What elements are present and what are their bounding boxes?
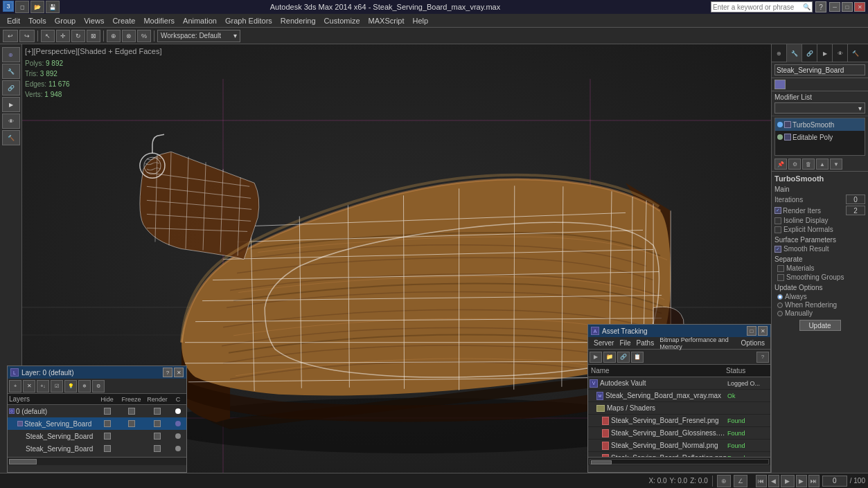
ts-iterations-input[interactable]: 0 xyxy=(846,195,865,204)
menu-animation[interactable]: Animation xyxy=(179,15,221,26)
menu-maxscript[interactable]: MAXScript xyxy=(364,15,409,26)
display-tool[interactable]: 👁 xyxy=(2,114,20,129)
menu-modifiers[interactable]: Modifiers xyxy=(139,15,179,26)
go-end-btn[interactable]: ⏭ xyxy=(808,475,820,487)
help-btn[interactable]: ? xyxy=(815,1,826,12)
angle-snap-btn[interactable]: ⊗ xyxy=(122,30,136,42)
ts-smooth-check[interactable]: ✓ xyxy=(774,246,781,253)
menu-rendering[interactable]: Rendering xyxy=(276,15,320,26)
hierarchy-tool[interactable]: 🔗 xyxy=(2,80,20,96)
layer-delete-btn[interactable]: ✕ xyxy=(23,380,35,392)
new-btn[interactable]: ◻ xyxy=(15,1,29,13)
ts-materials-check[interactable] xyxy=(777,265,784,272)
asset-row-reflection[interactable]: Steak_Serving_Board_Reflection.png Found xyxy=(588,452,770,457)
snap-btn[interactable]: ⊕ xyxy=(107,30,121,42)
play-btn[interactable]: ▶ xyxy=(781,475,795,487)
at-btn1[interactable]: ▶ xyxy=(590,352,602,363)
utilities-tool[interactable]: 🔨 xyxy=(2,130,20,145)
menu-tools[interactable]: Tools xyxy=(24,15,51,26)
angle-snap-btn-sb[interactable]: ∠ xyxy=(734,475,747,487)
asset-scrollbar-area[interactable] xyxy=(588,457,770,465)
open-btn[interactable]: 📂 xyxy=(30,1,44,13)
asset-row-normal[interactable]: Steak_Serving_Board_Normal.png Found xyxy=(588,440,770,452)
down-icon[interactable]: ▼ xyxy=(830,159,842,170)
layer-settings-btn[interactable]: ⚙ xyxy=(92,380,105,392)
ts-renderiters-check[interactable]: ✓ xyxy=(774,207,781,214)
prev-frame-btn[interactable]: ◀ xyxy=(768,475,779,487)
move-btn[interactable]: ✛ xyxy=(56,30,70,42)
ts-explicit-check[interactable] xyxy=(774,226,781,233)
delete-icon[interactable]: 🗑 xyxy=(802,159,815,170)
frame-input[interactable]: 0 xyxy=(822,476,847,487)
ts-smoothgroups-check[interactable] xyxy=(777,274,784,281)
obj-name-field[interactable] xyxy=(774,64,865,75)
modify-tool[interactable]: 🔧 xyxy=(2,64,20,79)
at-btn4[interactable]: 📋 xyxy=(631,352,644,363)
ts-whenrendering-radio[interactable] xyxy=(777,302,783,308)
asset-row-fresnel[interactable]: Steak_Serving_Board_Fresnel.png Found xyxy=(588,415,770,427)
asset-row-maps-folder[interactable]: Maps / Shaders xyxy=(588,402,770,415)
asset-menu-paths[interactable]: Paths xyxy=(634,339,657,347)
ts-always-radio[interactable] xyxy=(777,294,783,300)
menu-help[interactable]: Help xyxy=(409,15,433,26)
percent-snap-btn[interactable]: % xyxy=(137,30,151,42)
layer-close-btn[interactable]: ✕ xyxy=(174,368,184,377)
mod-checkbox-turbosmooth[interactable] xyxy=(784,121,791,128)
asset-row-maxfile[interactable]: M Steak_Serving_Board_max_vray.max Ok xyxy=(588,390,770,402)
rotate-btn[interactable]: ↻ xyxy=(71,30,85,42)
asset-restore-btn[interactable]: □ xyxy=(747,326,756,336)
layer-row-board-selected[interactable]: Steak_Serving_Board xyxy=(8,417,186,430)
menu-group[interactable]: Group xyxy=(51,15,80,26)
layer-row-default[interactable]: 0 0 (default) xyxy=(8,405,186,417)
grid-snap-btn[interactable]: ⊕ xyxy=(717,475,731,487)
settings-icon[interactable]: ⚙ xyxy=(788,159,801,170)
modifier-dropdown[interactable]: ▾ xyxy=(774,102,865,114)
at-btn2[interactable]: 📁 xyxy=(603,352,616,363)
asset-row-glossiness[interactable]: Steak_Serving_Board_Glossiness.png Found xyxy=(588,427,770,440)
up-icon[interactable]: ▲ xyxy=(816,159,829,170)
workspace-selector[interactable]: Workspace: Default ▾ xyxy=(157,30,240,42)
save-btn[interactable]: 💾 xyxy=(46,1,60,13)
menu-create[interactable]: Create xyxy=(108,15,139,26)
layer-new-btn[interactable]: + xyxy=(9,380,21,392)
asset-menu-options[interactable]: Options xyxy=(738,339,768,347)
at-btn3[interactable]: 🔗 xyxy=(617,352,630,363)
utilities-tab[interactable]: 🔨 xyxy=(848,44,863,62)
asset-menu-bitmap[interactable]: Bitmap Performance and Memory xyxy=(657,336,738,350)
search-input[interactable] xyxy=(713,3,803,11)
layer-help-btn[interactable]: ? xyxy=(163,368,172,377)
scale-btn[interactable]: ⊠ xyxy=(87,30,100,42)
next-frame-btn[interactable]: ▶ xyxy=(796,475,807,487)
create-tab[interactable]: ⊕ xyxy=(772,44,787,62)
display-tab[interactable]: 👁 xyxy=(833,44,848,62)
maximize-btn[interactable]: □ xyxy=(842,2,853,12)
layer-select-btn[interactable]: ☑ xyxy=(51,380,63,392)
go-start-btn[interactable]: ⏮ xyxy=(756,475,767,487)
layer-freeze-btn[interactable]: ❄ xyxy=(78,380,91,392)
motion-tool[interactable]: ▶ xyxy=(2,97,20,112)
at-help-btn[interactable]: ? xyxy=(756,352,769,363)
modify-tab[interactable]: 🔧 xyxy=(787,44,802,62)
asset-menu-file[interactable]: File xyxy=(617,339,633,347)
asset-row-vault[interactable]: V Autodesk Vault Logged O... xyxy=(588,377,770,390)
ts-manually-radio[interactable] xyxy=(777,311,783,316)
mod-checkbox-editablepoly[interactable] xyxy=(784,134,791,141)
layer-row-board-sub1[interactable]: Steak_Serving_Board xyxy=(8,430,186,442)
menu-edit[interactable]: Edit xyxy=(3,15,24,26)
layer-highlight-btn[interactable]: 💡 xyxy=(64,380,77,392)
close-btn[interactable]: ✕ xyxy=(854,2,865,12)
asset-close-btn[interactable]: ✕ xyxy=(758,326,768,336)
layer-row-board-sub2[interactable]: Steak_Serving_Board xyxy=(8,442,186,455)
ts-renderiters-input[interactable]: 2 xyxy=(846,206,865,215)
pin-icon[interactable]: 📌 xyxy=(774,159,787,170)
menu-views[interactable]: Views xyxy=(80,15,108,26)
layer-add-sel-btn[interactable]: +↓ xyxy=(37,380,49,392)
layer-scrollbar[interactable] xyxy=(8,457,186,465)
minimize-btn[interactable]: ─ xyxy=(829,2,840,12)
redo-btn[interactable]: ↪ xyxy=(19,30,35,42)
select-btn[interactable]: ↖ xyxy=(41,30,55,42)
hierarchy-tab[interactable]: 🔗 xyxy=(802,44,817,62)
menu-customize[interactable]: Customize xyxy=(320,15,364,26)
ts-update-btn[interactable]: Update xyxy=(799,320,841,331)
search-icon[interactable]: 🔍 xyxy=(803,3,811,10)
